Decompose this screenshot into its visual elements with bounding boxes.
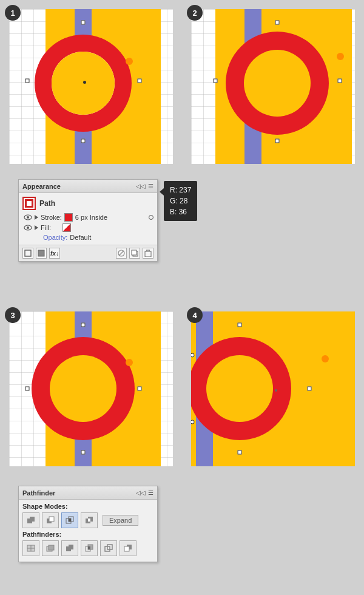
stroke-color-swatch[interactable] [64,213,73,222]
fx-btn[interactable]: fx↓ [49,248,60,259]
add-fill-btn[interactable] [36,248,47,259]
stroke-indicator[interactable] [149,215,153,220]
canvas-inner-3 [9,311,173,466]
svg-rect-39 [69,545,73,549]
tooltip-g: G: 28 [170,195,191,206]
opacity-value: Default [70,234,91,241]
minus-front-btn[interactable] [42,512,59,528]
anchor-bottom-3 [81,450,86,455]
add-stroke-btn[interactable] [22,248,33,259]
divide-btn[interactable] [22,540,39,556]
stroke-value: 6 px Inside [75,214,107,221]
pathfinder-title: Pathfinder [22,489,55,497]
canvas-panel-1: 1 [0,0,182,173]
svg-point-4 [244,50,311,117]
anchor-top-2 [275,21,280,25]
fill-expand-btn[interactable] [35,225,38,230]
stroke-expand-btn[interactable] [35,215,38,220]
step-badge-4: 4 [187,307,203,323]
appearance-body: Path Stroke: 6 px Inside Fill: [19,193,157,245]
path-label: Path [39,199,55,208]
path-icon [22,197,36,210]
color-tooltip: R: 237 G: 28 B: 36 [164,181,197,221]
trim-btn[interactable] [42,540,59,556]
anchor-left-3 [25,387,30,391]
anchor-bottom-2 [275,139,280,143]
svg-rect-9 [25,250,31,256]
bottom-row: 3 4 [0,302,364,475]
center-dot-4 [275,389,277,392]
no-symbol-btn[interactable] [116,248,127,259]
intersect-btn[interactable] [61,512,78,528]
opacity-label: Opacity: [43,234,67,241]
svg-rect-24 [30,517,35,522]
svg-point-6 [27,216,29,219]
svg-rect-37 [49,545,54,550]
fill-row: Fill: [22,223,153,232]
canvas-panel-4: 4 [182,302,364,475]
svg-rect-26 [49,517,54,522]
unite-btn[interactable] [22,512,39,528]
minus-back-btn[interactable] [120,540,136,556]
crop-btn[interactable] [81,540,98,556]
canvas-inner-1 [9,9,173,164]
pathfinder-body: Shape Modes: Expand Pathfinders: [19,500,157,562]
path-icon-inner [25,199,33,208]
expand-button[interactable]: Expand [103,515,138,526]
path-row: Path [22,197,153,210]
anchor-right-4 [308,387,312,391]
anchor-bottom [81,139,86,143]
opacity-row: Opacity: Default [22,234,153,241]
ring-2 [197,22,346,141]
svg-point-8 [27,226,29,229]
canvas-panel-2: 2 [182,0,364,173]
svg-rect-32 [88,518,90,522]
merge-btn[interactable] [61,540,78,556]
svg-rect-15 [145,251,151,257]
anchor-right-2 [338,79,342,83]
fill-label: Fill: [41,224,60,231]
panel-menu-icon[interactable]: ☰ [148,183,153,189]
svg-rect-46 [124,546,129,551]
anchor-bottom-4 [238,450,242,455]
pathfinders-label: Pathfinders: [22,531,153,538]
anchor-left-2 [214,79,218,83]
pathfinder-panel: Pathfinder ◁◁ ☰ Shape Modes: Exp [18,486,158,562]
anchor-right-3 [138,387,142,391]
center-dot-1 [83,81,86,84]
delete-btn[interactable] [143,248,153,259]
svg-rect-10 [38,250,44,256]
eye-icon-fill [24,224,32,231]
double-arrow-icon[interactable]: ◁◁ [136,183,146,189]
exclude-btn[interactable] [81,512,98,528]
orange-dot-4 [322,355,329,362]
pf-double-arrow-icon[interactable]: ◁◁ [136,489,146,496]
svg-line-12 [119,251,124,256]
anchor-top-3 [81,323,86,327]
svg-point-22 [206,355,273,422]
step-badge-3: 3 [5,307,21,323]
anchor-right [138,79,142,83]
duplicate-btn[interactable] [129,248,140,259]
shape-modes-label: Shape Modes: [22,503,153,510]
shape-modes-row: Expand [22,512,153,528]
stroke-row: Stroke: 6 px Inside [22,213,153,222]
canvas-inner-4 [191,311,355,466]
step-badge-2: 2 [187,5,203,21]
tooltip-arrow [160,188,164,195]
appearance-titlebar: Appearance ◁◁ ☰ [19,180,157,193]
ring-3 [27,325,140,452]
pathfinder-controls: ◁◁ ☰ [136,489,153,496]
appearance-controls: ◁◁ ☰ [136,183,153,189]
pf-menu-icon[interactable]: ☰ [148,489,153,496]
svg-point-20 [50,355,116,422]
orange-dot-1 [126,58,133,65]
outline-btn[interactable] [100,540,117,556]
pathfinders-row [22,540,153,556]
anchor-top [81,21,86,25]
canvas-inner-2 [191,9,355,164]
ring-4 [191,325,300,452]
fill-icon[interactable] [62,223,71,232]
svg-rect-29 [69,518,71,522]
canvas-panel-3: 3 [0,302,182,475]
